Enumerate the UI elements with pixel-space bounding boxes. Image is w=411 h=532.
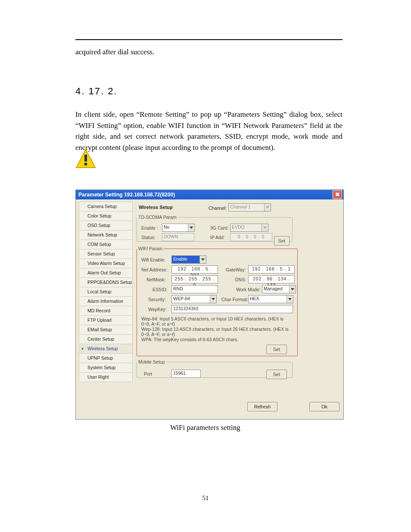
tdscdma-ip-field: 0 . 0 . 0 . 0 xyxy=(230,233,272,241)
tdscdma-enable-select[interactable]: No xyxy=(162,224,195,232)
wireless-setup-label: Wireless Setup xyxy=(139,204,173,211)
tdscdma-ip-label: IP Add: xyxy=(210,234,225,241)
pre-text: acquired after dial success. xyxy=(75,47,342,58)
ok-button[interactable]: Ok xyxy=(309,402,339,411)
wifi-workmode-label: Work Mode: xyxy=(236,286,260,293)
settings-panel: Wireless Setup Channel: Channel 1 TD-SCD… xyxy=(135,201,340,395)
wifi-note-1: Wep-64: Input 5 ASCII characters, or Inp… xyxy=(141,316,292,327)
dialog-title: Parameter Setting 192.168.168.72(8200) xyxy=(78,191,175,199)
channel-select[interactable]: Channel 1 xyxy=(228,203,271,212)
tdscdma-status-field: DOWN xyxy=(162,233,194,241)
wifi-gateway-label: GateWay: xyxy=(226,267,246,274)
tdscdma-group: TD-SCDMA Param Enable : No 3G Card: EVDO… xyxy=(137,214,293,242)
sidebar-item[interactable]: Color Setup xyxy=(79,211,133,221)
sidebar-item[interactable]: Video Alarm Setup xyxy=(79,258,133,268)
tdscdma-set-button[interactable]: Set xyxy=(274,236,290,246)
tdscdma-card-label: 3G Card: xyxy=(210,225,229,232)
wifi-dns-field[interactable]: 202 . 96 . 134 . 133 xyxy=(248,275,295,283)
wifi-wepkey-label: WepKey: xyxy=(148,306,166,313)
sidebar-item[interactable]: Alarm Information xyxy=(79,296,133,306)
svg-rect-2 xyxy=(84,163,87,165)
wifi-note-2: Wep-128: Input 13 ASCII characters, or I… xyxy=(141,327,292,337)
sidebar-item-wireless[interactable]: Wireless Setup xyxy=(79,344,133,353)
dialog-footer: Refresh Ok xyxy=(76,402,343,415)
sidebar-item[interactable]: System Setup xyxy=(79,363,133,372)
tdscdma-enable-label: Enable : xyxy=(141,225,158,232)
sidebar-item[interactable]: Local Setup xyxy=(79,287,133,296)
sidebar-item[interactable]: COM Setup xyxy=(79,240,133,249)
sidebar-item[interactable]: User Right xyxy=(79,372,133,382)
sidebar-item[interactable]: Network Setup xyxy=(79,230,133,240)
mobile-legend: Mobile Setup xyxy=(137,359,166,366)
tdscdma-legend: TD-SCDMA Param xyxy=(137,214,178,221)
channel-label: Channel: xyxy=(209,205,227,212)
wifi-security-label: Security: xyxy=(148,296,166,303)
wifi-note-3: WPA: The wepKey consists of 8-63 ASCII c… xyxy=(141,337,292,342)
wifi-netaddr-field[interactable]: 192 . 168 . 5 . 202 xyxy=(171,265,218,274)
wifi-set-button[interactable]: Set xyxy=(266,345,287,354)
section-heading: 4. 17. 2. xyxy=(75,84,118,98)
sidebar-item[interactable]: Camera Setup xyxy=(79,202,133,211)
rule xyxy=(75,39,342,40)
sidebar-item[interactable]: Sensor Setup xyxy=(79,249,133,258)
titlebar[interactable]: Parameter Setting 192.168.168.72(8200) ✖ xyxy=(76,190,343,199)
tdscdma-card-select[interactable]: EVDO xyxy=(230,224,268,232)
mobile-group: Mobile Setup Port 15961 Set xyxy=(137,359,293,378)
sidebar-item[interactable]: Center Setup xyxy=(79,334,133,344)
warning-icon xyxy=(75,149,96,169)
wifi-enable-label: Wifi Enable: xyxy=(141,257,165,264)
mobile-port-field[interactable]: 15961 xyxy=(171,370,201,378)
mobile-set-button[interactable]: Set xyxy=(266,370,287,379)
wifi-dns-label: DNS: xyxy=(235,277,246,283)
svg-rect-1 xyxy=(84,155,87,162)
sidebar-item[interactable]: UPNP Setup xyxy=(79,353,133,363)
wifi-legend: WIFI Param xyxy=(137,246,164,252)
refresh-button[interactable]: Refresh xyxy=(247,402,277,411)
wifi-security-select[interactable]: WEP-64 xyxy=(171,295,217,303)
close-icon[interactable]: ✖ xyxy=(333,190,342,199)
parameter-setting-dialog: Parameter Setting 192.168.168.72(8200) ✖… xyxy=(75,190,344,420)
mobile-port-label: Port xyxy=(144,371,152,378)
sidebar-item[interactable]: MD Record xyxy=(79,306,133,315)
sidebar-item[interactable]: OSD Setup xyxy=(79,221,133,230)
sidebar-item[interactable]: Alarm Out Setup xyxy=(79,268,133,277)
setup-sidebar: Camera Setup Color Setup OSD Setup Netwo… xyxy=(79,202,133,395)
wifi-essid-field[interactable]: RND xyxy=(171,285,218,293)
wifi-netmask-label: NetMask: xyxy=(146,277,165,283)
page-number: 51 xyxy=(0,493,411,503)
figure-caption: WiFi parameters setting xyxy=(170,422,240,433)
paragraph: In client side, open “Remote Setting” to… xyxy=(75,109,342,153)
wifi-netaddr-label: Net Address: xyxy=(141,267,167,274)
wifi-essid-label: ESSID: xyxy=(153,286,167,293)
wifi-enable-select[interactable]: Enable xyxy=(171,255,206,264)
wifi-wepkey-field[interactable]: 1231324343 xyxy=(171,305,293,313)
tdscdma-status-label: Status: xyxy=(141,234,156,241)
wifi-charfmt-select[interactable]: HEX xyxy=(248,295,293,303)
wifi-netmask-field[interactable]: 255 . 255 . 255 . 0 xyxy=(171,275,218,283)
wifi-charfmt-label: Char Format: xyxy=(221,296,248,303)
sidebar-item[interactable]: EMail Setup xyxy=(79,325,133,334)
sidebar-item[interactable]: FTP Upload xyxy=(79,315,133,325)
sidebar-item[interactable]: PPPOE&DDNS Setup xyxy=(79,277,133,287)
wifi-workmode-select[interactable]: Managed xyxy=(262,285,296,293)
wifi-group: WIFI Param Wifi Enable: Enable Net Addre… xyxy=(137,246,298,356)
wifi-gateway-field[interactable]: 192 . 168 . 5 . 1 xyxy=(248,265,295,274)
